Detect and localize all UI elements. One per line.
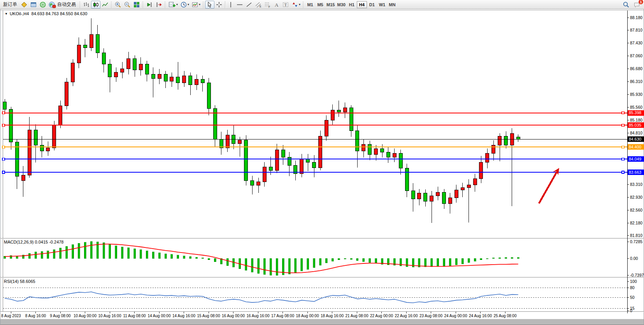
chart-canvas[interactable]: 88.18087.81087.43087.06086.68086.31085.9… [0,0,644,325]
svg-text:14 Aug 00:00: 14 Aug 00:00 [148,314,171,318]
svg-text:83.310: 83.310 [630,182,642,187]
svg-text:87.810: 87.810 [630,28,642,32]
rsi-indicator-label: RSI(14) 58.6065 [4,279,35,284]
svg-text:-0.7397: -0.7397 [630,273,644,277]
trendline-tool[interactable] [244,1,254,9]
navigator-glyph [39,1,46,8]
arrows-tool[interactable]: ▾ [290,1,302,9]
tile-windows-icon[interactable] [132,1,141,9]
svg-text:86.680: 86.680 [630,66,642,71]
svg-text:16 Aug 00:00: 16 Aug 00:00 [222,314,245,318]
svg-text:F: F [268,5,270,8]
svg-text:100: 100 [630,279,637,284]
toolbar-right-group: 1 [621,1,642,9]
text-a-icon: A [274,1,280,8]
svg-text:8 Aug 16:00: 8 Aug 16:00 [25,314,46,318]
main-toolbar: 新订单 自动交易 ▾ ▾ [0,0,644,9]
svg-text:15 Aug 08:00: 15 Aug 08:00 [197,314,220,318]
chart-bars-icon[interactable] [82,1,91,9]
toolbar-separator [225,1,225,8]
svg-text:85.398: 85.398 [629,110,641,115]
timeframe-button-m15[interactable]: M15 [325,1,336,8]
chart-candles-icon[interactable] [91,1,100,9]
svg-text:0.7285: 0.7285 [630,239,642,244]
vertical-line-tool[interactable] [226,1,235,9]
svg-text:16 Aug 16:00: 16 Aug 16:00 [247,314,270,318]
svg-text:25 Aug 08:00: 25 Aug 08:00 [494,314,517,318]
timeframe-button-h1[interactable]: H1 [347,1,357,8]
svg-text:24 Aug 00:00: 24 Aug 00:00 [444,314,467,318]
templates-button[interactable]: ▾ [190,1,202,9]
equidistant-channel-tool[interactable]: E [254,1,263,9]
cursor-tool[interactable] [205,1,214,9]
timeframe-button-m5[interactable]: M5 [315,1,325,8]
one-click-trading-toggle[interactable]: ▼ [5,12,8,16]
crosshair-tool[interactable] [214,1,224,9]
svg-text:81.810: 81.810 [630,233,642,238]
svg-text:82.560: 82.560 [630,208,642,212]
market-watch-glyph [21,1,28,8]
toolbar-grip [164,2,166,8]
svg-text:22 Aug 16:00: 22 Aug 16:00 [395,314,418,318]
new-chart-button[interactable]: ▾ [167,1,179,9]
svg-text:82.180: 82.180 [630,221,642,225]
autoscroll-icon[interactable] [154,1,163,9]
autoscroll-glyph [155,1,162,8]
chevron-down-icon: ▾ [188,3,189,6]
zoom-out-icon[interactable] [123,1,132,9]
notification-badge: 1 [639,0,643,4]
market-watch-icon[interactable] [19,1,29,9]
chart-period-button[interactable]: ▾ [179,1,190,9]
navigator-icon[interactable] [38,1,47,9]
trendline-icon [246,1,253,8]
shift-chart-icon[interactable] [145,1,154,9]
text-tool[interactable]: A [272,1,281,9]
macd-indicator-label: MACD(12,26,9) 0.0415 -0.2478 [4,240,63,244]
autotrade-button[interactable]: 自动交易 [47,1,78,9]
fibonacci-icon: F [264,1,271,8]
svg-text:10 Aug 00:00: 10 Aug 00:00 [74,314,97,318]
new-chart-icon [168,1,176,8]
svg-text:87.060: 87.060 [630,53,642,58]
chart-line-glyph [102,1,109,8]
tile-windows-glyph [133,1,140,8]
zoom-in-icon[interactable] [113,1,123,9]
svg-text:T: T [284,2,287,7]
fibonacci-tool[interactable]: F [263,1,272,9]
data-window-icon[interactable] [29,1,38,9]
chevron-down-icon: ▾ [199,3,200,6]
svg-text:83.663: 83.663 [629,170,641,175]
svg-text:17 Aug 08:00: 17 Aug 08:00 [271,314,294,318]
search-button[interactable] [621,1,631,9]
new-order-button[interactable]: 新订单 [1,1,19,9]
crosshair-icon [216,1,223,8]
svg-text:8 Aug 2023: 8 Aug 2023 [1,314,21,318]
chart-line-icon[interactable] [100,1,110,9]
toolbar-grip [202,2,204,8]
zoom-in-glyph [114,1,121,8]
svg-text:18 Aug 00:00: 18 Aug 00:00 [296,314,319,318]
notifications-button[interactable]: 1 [632,1,642,9]
text-label-icon: T [282,1,289,8]
svg-text:0: 0 [630,308,632,313]
svg-text:85.180: 85.180 [630,118,642,122]
svg-text:85.035: 85.035 [629,123,641,127]
horizontal-line-tool[interactable] [235,1,244,9]
toolbar-grip [79,2,81,8]
timeframe-button-h4[interactable]: H4 [357,1,367,8]
timeframe-button-mn[interactable]: MN [387,1,397,8]
svg-text:50: 50 [630,295,635,300]
timeframe-button-d1[interactable]: D1 [367,1,377,8]
chevron-down-icon: ▾ [176,3,178,6]
svg-text:14 Aug 16:00: 14 Aug 16:00 [172,314,195,318]
search-icon [623,1,630,8]
timeframe-button-m1[interactable]: M1 [305,1,315,8]
chart-candles-glyph [92,1,99,8]
timeframe-button-m30[interactable]: M30 [336,1,346,8]
text-label-tool[interactable]: T [281,1,290,9]
svg-text:84.049: 84.049 [629,157,641,161]
cursor-icon [206,1,213,8]
timeframe-button-w1[interactable]: W1 [377,1,387,8]
chart-bars-glyph [83,1,90,8]
shift-chart-glyph [146,1,153,8]
